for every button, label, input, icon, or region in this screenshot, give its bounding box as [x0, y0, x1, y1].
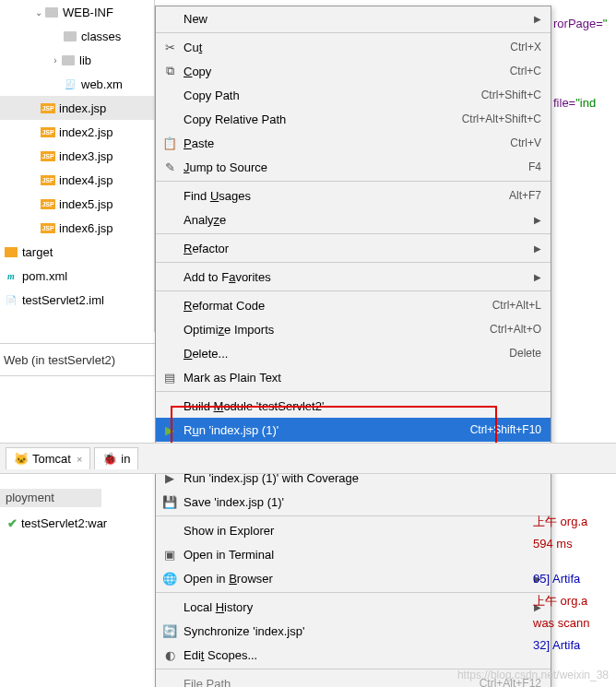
jsp-icon: JSP: [41, 148, 55, 163]
tree-webinf[interactable]: ⌄WEB-INF: [0, 0, 154, 24]
cut-icon: ✂: [161, 39, 178, 55]
tab-tomcat[interactable]: 🐱Tomcat×: [6, 447, 90, 469]
tree-label: classes: [81, 30, 121, 43]
menu-separator: [156, 515, 551, 516]
tree-label: WEB-INF: [63, 6, 113, 19]
tab-label: Tomcat: [32, 452, 71, 466]
menu-save[interactable]: 💾Save 'index.jsp (1)': [156, 490, 551, 514]
tree-target[interactable]: target: [0, 240, 154, 264]
tree-index2[interactable]: JSPindex2.jsp: [0, 120, 154, 144]
watermark: https://blog.csdn.net/weixin_38: [457, 669, 609, 681]
shortcut: Ctrl+Alt+L: [492, 299, 541, 312]
check-icon: ✔: [7, 516, 18, 530]
tree-webxml[interactable]: 🧾web.xm: [0, 72, 154, 96]
shortcut: Delete: [509, 347, 541, 360]
shortcut: Ctrl+Shift+C: [481, 89, 541, 101]
tree-pom[interactable]: mpom.xml: [0, 264, 154, 288]
menu-copy[interactable]: ⧉CopyCtrl+C: [156, 59, 551, 83]
menu-cut[interactable]: ✂CutCtrl+X: [156, 35, 551, 59]
menu-delete[interactable]: Delete...Delete: [156, 341, 551, 365]
menu-sync[interactable]: 🔄Synchronize 'index.jsp': [156, 619, 551, 643]
menu-separator: [156, 592, 551, 593]
menu-copy-path[interactable]: Copy PathCtrl+Shift+C: [156, 83, 551, 107]
debug-icon: 🐞: [102, 452, 117, 466]
folder-icon: [61, 53, 76, 67]
console-output: 上午 org.a 594 ms 05] Artifa 上午 org.a was …: [533, 474, 616, 686]
chevron-right-icon: ▶: [534, 215, 541, 225]
code-str: ": [603, 17, 608, 30]
save-icon: 💾: [161, 493, 178, 510]
tree-index6[interactable]: JSPindex6.jsp: [0, 216, 154, 240]
menu-history[interactable]: Local History▶: [156, 595, 551, 619]
menu-plain-text[interactable]: ▤Mark as Plain Text: [156, 365, 551, 389]
menu-explorer[interactable]: Show in Explorer: [156, 518, 551, 542]
code-attr: file=: [553, 96, 575, 110]
web-panel-header[interactable]: Web (in testServlet2): [0, 343, 155, 376]
shortcut: Ctrl+V: [510, 136, 541, 149]
tree-iml[interactable]: 📄testServlet2.iml: [0, 288, 154, 312]
menu-run[interactable]: ▶Run 'index.jsp (1)'Ctrl+Shift+F10: [156, 418, 551, 442]
menu-find-usages[interactable]: Find UsagesAlt+F7: [156, 184, 551, 207]
chevron-right-icon: ›: [50, 55, 61, 65]
menu-build[interactable]: Build Module 'testServlet2': [156, 394, 551, 418]
scopes-icon: ◐: [161, 646, 178, 663]
code-attr: rorPage=: [553, 17, 603, 30]
tree-index4[interactable]: JSPindex4.jsp: [0, 168, 154, 192]
chevron-right-icon: ▶: [534, 14, 541, 24]
terminal-icon: ▣: [161, 546, 178, 563]
edit-icon: ✎: [161, 159, 178, 175]
chevron-right-icon: ▶: [534, 243, 541, 254]
project-tree[interactable]: ⌄WEB-INF classes ›lib 🧾web.xm JSPindex.j…: [0, 0, 155, 332]
menu-separator: [156, 32, 551, 33]
folder-icon: [4, 244, 18, 259]
tree-label: index3.jsp: [59, 149, 113, 163]
maven-icon: m: [4, 268, 18, 283]
menu-new[interactable]: New▶: [156, 6, 551, 30]
jsp-icon: JSP: [41, 172, 55, 187]
console-line: 05] Artifa: [533, 568, 616, 590]
jsp-icon: JSP: [41, 124, 55, 139]
menu-analyze[interactable]: Analyze▶: [156, 207, 551, 231]
jsp-icon: JSP: [41, 220, 55, 235]
close-icon[interactable]: ×: [77, 454, 82, 465]
deployment-name: testServlet2:war: [21, 516, 107, 530]
tree-index[interactable]: JSPindex.jsp: [0, 96, 154, 120]
menu-separator: [156, 262, 551, 263]
shortcut: Ctrl+Alt+Shift+C: [462, 113, 541, 125]
shortcut: Ctrl+Alt+O: [490, 323, 541, 336]
tree-label: index5.jsp: [59, 197, 113, 211]
tree-label: lib: [79, 53, 91, 67]
deployment-item[interactable]: ✔testServlet2:war: [7, 516, 107, 530]
menu-scopes[interactable]: ◐Edit Scopes...: [156, 643, 551, 667]
copy-icon: ⧉: [161, 63, 178, 79]
code-str: "ind: [575, 96, 596, 110]
jsp-icon: JSP: [41, 196, 55, 211]
tab-label: in: [121, 452, 130, 466]
menu-paste[interactable]: 📋PasteCtrl+V: [156, 131, 551, 155]
shortcut: Ctrl+C: [510, 65, 541, 77]
shortcut: F4: [528, 160, 541, 173]
tab-index[interactable]: 🐞in: [94, 447, 138, 469]
menu-jump[interactable]: ✎Jump to SourceF4: [156, 155, 551, 179]
console-line: 32] Artifa: [533, 634, 616, 657]
tree-lib[interactable]: ›lib: [0, 48, 154, 72]
menu-refactor[interactable]: Refactor▶: [156, 236, 551, 260]
menu-separator: [156, 290, 551, 291]
tree-index5[interactable]: JSPindex5.jsp: [0, 192, 154, 216]
menu-copy-relative[interactable]: Copy Relative PathCtrl+Alt+Shift+C: [156, 107, 551, 131]
xml-icon: 🧾: [63, 77, 77, 91]
menu-favorites[interactable]: Add to Favorites▶: [156, 265, 551, 289]
tree-label: target: [22, 245, 53, 259]
tree-index3[interactable]: JSPindex3.jsp: [0, 144, 154, 168]
shortcut: Ctrl+Shift+F10: [470, 423, 541, 436]
sync-icon: 🔄: [161, 622, 178, 639]
menu-terminal[interactable]: ▣Open in Terminal: [156, 542, 551, 566]
paste-icon: 📋: [161, 135, 178, 151]
menu-label: New: [184, 12, 528, 26]
tree-label: index4.jsp: [59, 173, 113, 187]
chevron-down-icon: ⌄: [33, 7, 44, 18]
menu-optimize[interactable]: Optimize ImportsCtrl+Alt+O: [156, 317, 551, 341]
menu-browser[interactable]: 🌐Open in Browser▶: [156, 566, 551, 590]
tree-classes[interactable]: classes: [0, 24, 154, 48]
menu-reformat[interactable]: Reformat CodeCtrl+Alt+L: [156, 293, 551, 317]
